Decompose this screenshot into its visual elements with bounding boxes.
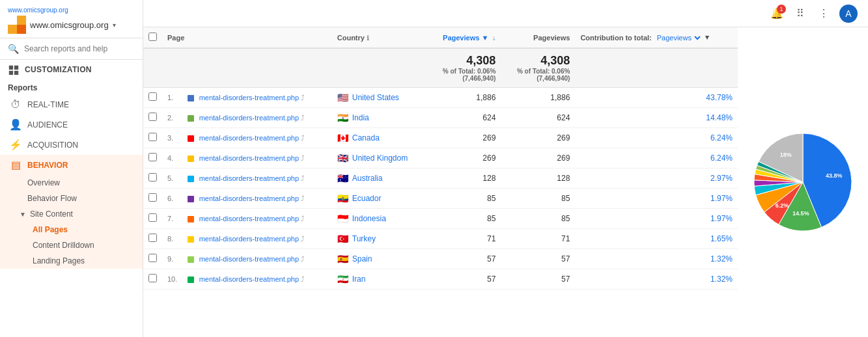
search-input[interactable]	[24, 44, 135, 53]
contribution-metric-select[interactable]: Pageviews	[654, 33, 703, 42]
reports-section-title: Reports	[0, 79, 143, 95]
row-country-name[interactable]: Spain	[352, 254, 372, 263]
table-row: 6. mental-disorders-treatment.php ⤴ 🇪🇨 E…	[143, 189, 738, 209]
row-link-icon[interactable]: ⤴	[301, 94, 305, 101]
row-checkbox[interactable]	[148, 254, 157, 262]
row-page-link[interactable]: mental-disorders-treatment.php	[199, 255, 299, 263]
row-checkbox[interactable]	[148, 234, 157, 242]
row-link-icon[interactable]: ⤴	[301, 275, 305, 283]
svg-text:6.2%: 6.2%	[776, 202, 789, 209]
sidebar-item-landing-pages[interactable]: Landing Pages	[0, 253, 143, 269]
site-dropdown-icon[interactable]: ▾	[113, 21, 116, 29]
row-link-icon[interactable]: ⤴	[301, 154, 305, 162]
row-country-name[interactable]: India	[352, 113, 369, 122]
row-country: 🇮🇩 Indonesia	[332, 209, 427, 229]
row-checkbox-cell	[143, 168, 162, 189]
row-checkbox-cell	[143, 108, 162, 128]
sidebar-item-content-drilldown[interactable]: Content Drilldown	[0, 237, 143, 253]
row-country-name[interactable]: Turkey	[352, 234, 376, 243]
sidebar-item-overview[interactable]: Overview	[0, 175, 143, 191]
sidebar-item-behavior[interactable]: ▤ BEHAVIOR	[0, 155, 143, 175]
row-number: 4.	[162, 148, 182, 168]
row-checkbox[interactable]	[148, 133, 157, 141]
table-row: 3. mental-disorders-treatment.php ⤴ 🇨🇦 C…	[143, 128, 738, 148]
row-number: 1.	[162, 88, 182, 108]
row-pageviews1: 71	[427, 229, 501, 249]
row-link-icon[interactable]: ⤴	[301, 195, 305, 202]
row-pct: 1.32%	[575, 269, 738, 290]
row-page-link[interactable]: mental-disorders-treatment.php	[199, 215, 299, 222]
row-page-link[interactable]: mental-disorders-treatment.php	[199, 114, 299, 122]
contrib-dropdown-icon: ▾	[705, 33, 709, 42]
customization-nav-item[interactable]: CUSTOMIZATION	[0, 60, 143, 79]
apps-icon[interactable]: ⠿	[792, 6, 808, 21]
row-page: mental-disorders-treatment.php ⤴	[182, 269, 331, 290]
row-link-icon[interactable]: ⤴	[301, 134, 305, 142]
row-page-link[interactable]: mental-disorders-treatment.php	[199, 174, 299, 182]
row-checkbox[interactable]	[148, 213, 157, 222]
sidebar-item-site-content[interactable]: ▼ Site Content	[0, 206, 143, 222]
row-country-name[interactable]: Australia	[352, 174, 383, 183]
row-link-icon[interactable]: ⤴	[301, 255, 305, 263]
row-country: 🇦🇺 Australia	[332, 168, 427, 189]
site-url-link[interactable]: www.omicsgroup.org	[8, 7, 68, 14]
row-pageviews2: 57	[501, 249, 575, 269]
row-country-name[interactable]: United Kingdom	[352, 154, 408, 163]
row-checkbox[interactable]	[148, 113, 157, 121]
sidebar-item-behavior-flow[interactable]: Behavior Flow	[0, 191, 143, 206]
col-pageviews1-header[interactable]: Pageviews ▼ ↓	[427, 27, 501, 48]
col-pageviews2-header[interactable]: Pageviews	[501, 27, 575, 48]
select-all-checkbox[interactable]	[148, 33, 157, 41]
sidebar-item-realtime[interactable]: ⏱ REAL-TIME	[0, 95, 143, 115]
row-link-icon[interactable]: ⤴	[301, 215, 305, 222]
row-page: mental-disorders-treatment.php ⤴	[182, 88, 331, 108]
row-page-link[interactable]: mental-disorders-treatment.php	[199, 134, 299, 142]
notification-icon[interactable]: 🔔 1	[769, 6, 785, 21]
site-logo	[8, 16, 26, 34]
sidebar-item-all-pages[interactable]: All Pages	[0, 222, 143, 237]
row-checkbox[interactable]	[148, 153, 157, 161]
row-checkbox-cell	[143, 189, 162, 209]
row-link-icon[interactable]: ⤴	[301, 174, 305, 182]
more-options-icon[interactable]: ⋮	[816, 6, 832, 21]
sidebar-item-acquisition[interactable]: ⚡ ACQUISITION	[0, 135, 143, 155]
row-page-link[interactable]: mental-disorders-treatment.php	[199, 235, 299, 243]
row-checkbox[interactable]	[148, 193, 157, 202]
row-checkbox[interactable]	[148, 173, 157, 182]
row-country: 🇬🇧 United Kingdom	[332, 148, 427, 168]
svg-text:14.5%: 14.5%	[792, 210, 809, 217]
svg-rect-3	[9, 66, 13, 70]
row-pageviews2: 1,886	[501, 88, 575, 108]
row-page-link[interactable]: mental-disorders-treatment.php	[199, 195, 299, 202]
table-row: 7. mental-disorders-treatment.php ⤴ 🇮🇩 I…	[143, 209, 738, 229]
row-checkbox[interactable]	[148, 92, 157, 101]
row-page-link[interactable]: mental-disorders-treatment.php	[199, 275, 299, 283]
row-pct: 1.65%	[575, 229, 738, 249]
row-country-name[interactable]: Iran	[352, 275, 366, 284]
row-country-name[interactable]: Ecuador	[352, 194, 382, 203]
table-row: 2. mental-disorders-treatment.php ⤴ 🇮🇳 I…	[143, 108, 738, 128]
row-flag: 🇺🇸	[337, 92, 348, 103]
row-country-name[interactable]: Canada	[352, 133, 380, 142]
row-pageviews1: 57	[427, 269, 501, 290]
row-country-name[interactable]: United States	[352, 93, 399, 102]
row-page-link[interactable]: mental-disorders-treatment.php	[199, 94, 299, 101]
sidebar-header: www.omicsgroup.org www.omicsgroup.org ▾	[0, 0, 143, 38]
row-pct: 1.97%	[575, 189, 738, 209]
top-bar: 🔔 1 ⠿ ⋮ A	[143, 0, 868, 27]
row-link-icon[interactable]: ⤴	[301, 114, 305, 122]
svg-text:43.8%: 43.8%	[826, 172, 843, 179]
row-number: 7.	[162, 209, 182, 229]
pie-chart: 43.8%14.5%6.2%18%	[748, 127, 858, 237]
summary-row: 4,308 % of Total: 0.06% (7,466,940) 4,30…	[143, 48, 738, 88]
row-checkbox[interactable]	[148, 274, 157, 282]
row-country: 🇪🇨 Ecuador	[332, 189, 427, 209]
row-country-name[interactable]: Indonesia	[352, 214, 386, 223]
row-country: 🇮🇷 Iran	[332, 269, 427, 290]
summary-pageviews2: 4,308 % of Total: 0.06% (7,466,940)	[501, 48, 575, 88]
row-link-icon[interactable]: ⤴	[301, 235, 305, 243]
row-page-link[interactable]: mental-disorders-treatment.php	[199, 154, 299, 162]
sort-desc-icon: ↓	[492, 34, 496, 42]
sidebar-item-audience[interactable]: 👤 AUDIENCE	[0, 115, 143, 135]
avatar[interactable]: A	[839, 5, 858, 23]
